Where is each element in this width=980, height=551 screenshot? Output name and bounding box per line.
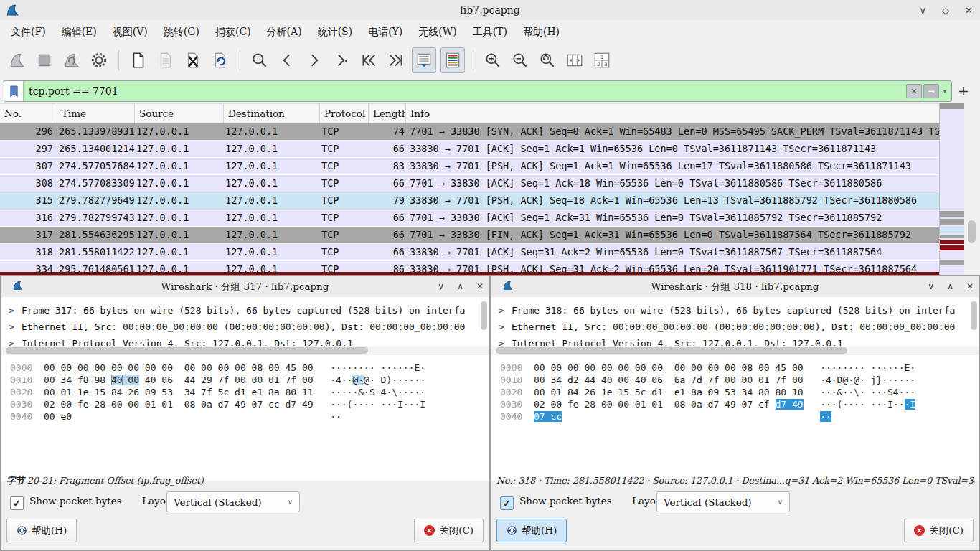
tree-hscrollbar[interactable] bbox=[491, 346, 979, 355]
packet-row-318[interactable]: 318281.558011422127.0.0.1127.0.0.1TCP663… bbox=[0, 244, 940, 261]
packet-row-297[interactable]: 297265.134001214127.0.0.1127.0.0.1TCP663… bbox=[0, 141, 940, 158]
maximize-icon[interactable]: ◇ bbox=[942, 5, 949, 16]
display-filter-input[interactable]: tcp.port == 7701 bbox=[24, 81, 906, 101]
menu-item-7[interactable]: 电话(Y) bbox=[360, 20, 410, 43]
tree-scrollbar-thumb[interactable] bbox=[481, 301, 487, 330]
menu-item-5[interactable]: 分析(A) bbox=[259, 20, 310, 43]
hex-line-1[interactable]: 0010 00 34 d2 44 40 00 40 06 6a 7d 7f 00… bbox=[500, 375, 979, 387]
menu-item-6[interactable]: 统计(S) bbox=[310, 20, 361, 43]
tree-hscrollbar[interactable] bbox=[1, 346, 489, 355]
layout-select[interactable]: Vertical (Stacked) ∨ bbox=[656, 491, 790, 512]
hscrollbar-thumb[interactable] bbox=[6, 347, 368, 354]
show-packet-bytes-checkbox[interactable]: ✓ bbox=[500, 496, 514, 510]
restart-capture-icon[interactable] bbox=[60, 48, 83, 72]
column-header-destination[interactable]: Destination bbox=[224, 104, 320, 124]
show-packet-bytes-checkbox[interactable]: ✓ bbox=[10, 496, 24, 510]
expander-icon[interactable]: > bbox=[9, 319, 22, 335]
packet-bytes-pane[interactable]: 0000 00 00 00 00 00 00 00 00 00 00 00 00… bbox=[1, 355, 489, 481]
expander-icon[interactable]: > bbox=[499, 319, 512, 335]
hex-line-3[interactable]: 0030 02 00 fe 28 00 00 01 01 08 0a d7 49… bbox=[500, 399, 979, 411]
close-icon[interactable]: ✕ bbox=[966, 281, 974, 291]
auto-scroll-icon[interactable] bbox=[412, 47, 436, 73]
hex-line-3[interactable]: 0030 02 00 fe 28 00 00 01 01 08 0a d7 49… bbox=[10, 399, 489, 411]
zoom-in-icon[interactable] bbox=[481, 48, 504, 72]
hex-line-2[interactable]: 0020 00 01 84 26 1e 15 5c d1 e1 8a 09 53… bbox=[500, 387, 979, 399]
reload-file-icon[interactable] bbox=[209, 48, 232, 72]
packet-detail-tree[interactable]: >Frame 318: 66 bytes on wire (528 bits),… bbox=[491, 297, 979, 352]
close-button[interactable]: ✕ 关闭(C) bbox=[904, 519, 974, 542]
packet-row-316[interactable]: 316279.782799743127.0.0.1127.0.0.1TCP667… bbox=[0, 209, 940, 227]
help-button[interactable]: 帮助(H) bbox=[6, 519, 77, 542]
tree-line-0[interactable]: >Frame 317: 66 bytes on wire (528 bits),… bbox=[9, 303, 489, 319]
capture-options-icon[interactable] bbox=[88, 48, 110, 72]
packet-317-titlebar[interactable]: Wireshark · 分组 317 · lib7.pcapng ∨ ∧ ✕ bbox=[1, 276, 489, 298]
filter-apply-icon[interactable]: → bbox=[923, 84, 939, 98]
packet-row-307[interactable]: 307274.577057684127.0.0.1127.0.0.1TCP833… bbox=[0, 158, 940, 175]
tree-line-1[interactable]: >Ethernet II, Src: 00:00:00_00:00:00 (00… bbox=[499, 319, 979, 336]
hex-line-0[interactable]: 0000 00 00 00 00 00 00 00 00 00 00 00 00… bbox=[500, 362, 979, 375]
packet-bytes-pane[interactable]: 0000 00 00 00 00 00 00 00 00 00 00 00 00… bbox=[491, 355, 979, 481]
start-capture-icon[interactable] bbox=[6, 48, 29, 72]
packet-row-317[interactable]: 317281.554636295127.0.0.1127.0.0.1TCP667… bbox=[0, 227, 940, 244]
close-icon[interactable]: ✕ bbox=[965, 5, 973, 16]
menu-item-8[interactable]: 无线(W) bbox=[410, 20, 464, 43]
close-file-icon[interactable] bbox=[182, 48, 204, 72]
packet-list-header[interactable]: No.TimeSourceDestinationProtocolLengthIn… bbox=[0, 103, 940, 125]
menu-item-3[interactable]: 跳转(G) bbox=[156, 20, 207, 43]
filter-bookmark-icon[interactable] bbox=[4, 81, 24, 101]
menu-item-0[interactable]: 文件(F) bbox=[3, 20, 54, 43]
packet-row-308[interactable]: 308274.577083309127.0.0.1127.0.0.1TCP667… bbox=[0, 175, 940, 192]
tree-line-1[interactable]: >Ethernet II, Src: 00:00:00_00:00:00 (00… bbox=[9, 319, 489, 336]
go-to-packet-icon[interactable] bbox=[330, 48, 353, 72]
expander-icon[interactable]: > bbox=[499, 303, 512, 319]
filter-clear-icon[interactable]: ✕ bbox=[906, 84, 922, 98]
packet-detail-tree[interactable]: >Frame 317: 66 bytes on wire (528 bits),… bbox=[1, 297, 489, 352]
menu-item-4[interactable]: 捕获(C) bbox=[207, 20, 259, 43]
close-icon[interactable]: ✕ bbox=[476, 281, 484, 291]
last-packet-icon[interactable] bbox=[385, 48, 407, 72]
hscrollbar-thumb[interactable] bbox=[496, 347, 847, 354]
first-packet-icon[interactable] bbox=[357, 48, 380, 72]
find-packet-icon[interactable] bbox=[248, 48, 271, 72]
minimize-icon[interactable]: ∨ bbox=[438, 281, 444, 291]
layout-panes-icon[interactable]: 123 bbox=[590, 48, 613, 72]
tree-line-0[interactable]: >Frame 318: 66 bytes on wire (528 bits),… bbox=[499, 303, 979, 319]
packet-list-scrollbar[interactable] bbox=[964, 103, 980, 275]
resize-columns-icon[interactable] bbox=[563, 48, 586, 72]
stop-capture-icon[interactable] bbox=[33, 48, 56, 72]
column-header-protocol[interactable]: Protocol bbox=[320, 104, 369, 124]
hex-line-4[interactable]: 0040 07 cc ·· bbox=[500, 411, 979, 423]
packet-row-334[interactable]: 334295.761480561127.0.0.1127.0.0.1TCP863… bbox=[0, 261, 940, 272]
minimize-icon[interactable]: ∨ bbox=[920, 5, 927, 16]
column-header-no[interactable]: No. bbox=[0, 104, 57, 124]
hex-line-4[interactable]: 0040 00 e0 ·· bbox=[10, 411, 489, 423]
menu-item-1[interactable]: 编辑(E) bbox=[54, 20, 105, 43]
open-file-icon[interactable] bbox=[127, 48, 150, 72]
column-header-length[interactable]: Length bbox=[369, 104, 406, 124]
menu-item-9[interactable]: 工具(T) bbox=[465, 20, 515, 43]
colorize-icon[interactable] bbox=[440, 47, 465, 73]
layout-select[interactable]: Vertical (Stacked) ∨ bbox=[166, 491, 300, 512]
scrollbar-thumb[interactable] bbox=[968, 220, 976, 243]
menu-item-2[interactable]: 视图(V) bbox=[105, 20, 156, 43]
zoom-reset-icon[interactable] bbox=[536, 48, 559, 72]
filter-add-button[interactable]: + bbox=[954, 80, 973, 100]
hex-line-2[interactable]: 0020 00 01 1e 15 84 26 09 53 34 7f 5c d1… bbox=[10, 387, 489, 399]
intelligent-scrollbar-minimap[interactable] bbox=[939, 103, 965, 275]
help-button[interactable]: 帮助(H) bbox=[496, 519, 567, 542]
expander-icon[interactable]: > bbox=[9, 303, 22, 319]
filter-dropdown-caret-icon[interactable]: ▾ bbox=[941, 81, 949, 101]
hex-line-1[interactable]: 0010 00 34 f8 98 40 00 40 06 44 29 7f 00… bbox=[10, 375, 489, 387]
display-filter-field[interactable]: tcp.port == 7701 ✕ → ▾ bbox=[4, 80, 952, 102]
column-header-source[interactable]: Source bbox=[135, 104, 224, 124]
minimize-icon[interactable]: ∨ bbox=[928, 281, 934, 291]
shade-icon[interactable]: ∧ bbox=[947, 281, 953, 291]
save-file-icon[interactable] bbox=[154, 48, 177, 72]
close-button[interactable]: ✕ 关闭(C) bbox=[414, 519, 484, 542]
packet-row-315[interactable]: 315279.782779649127.0.0.1127.0.0.1TCP793… bbox=[0, 192, 940, 209]
go-forward-icon[interactable] bbox=[303, 48, 326, 72]
column-header-info[interactable]: Info bbox=[406, 104, 940, 124]
packet-318-titlebar[interactable]: Wireshark · 分组 318 · lib7.pcapng ∨ ∧ ✕ bbox=[491, 276, 979, 298]
column-header-time[interactable]: Time bbox=[57, 104, 135, 124]
menu-item-10[interactable]: 帮助(H) bbox=[515, 20, 567, 43]
